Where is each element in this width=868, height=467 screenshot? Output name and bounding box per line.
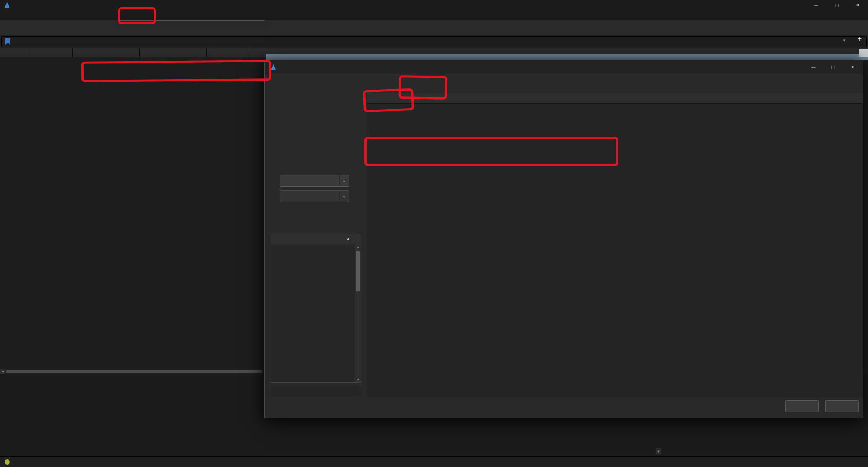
copy-button[interactable] xyxy=(280,175,349,187)
column-divider[interactable] xyxy=(139,48,140,57)
display-filter-input[interactable] xyxy=(1,36,867,47)
minimize-icon[interactable] xyxy=(806,0,826,10)
scroll-down-icon[interactable] xyxy=(656,448,661,454)
packet-bytes-pane xyxy=(423,415,662,455)
close-icon[interactable] xyxy=(847,0,868,10)
minimize-icon[interactable] xyxy=(803,60,823,74)
column-divider[interactable] xyxy=(246,48,246,57)
filter-bar xyxy=(0,35,868,48)
maximize-icon[interactable] xyxy=(826,0,847,10)
filter-add-icon[interactable] xyxy=(858,35,862,43)
scroll-left-icon[interactable] xyxy=(0,369,5,374)
hscroll-thumb[interactable] xyxy=(6,370,262,373)
column-divider[interactable] xyxy=(29,48,29,57)
annotation-endpoints-item xyxy=(81,60,271,82)
close-button[interactable] xyxy=(785,400,819,412)
protocol-list-header[interactable] xyxy=(271,234,361,244)
column-divider[interactable] xyxy=(206,48,207,57)
map-button[interactable] xyxy=(280,190,349,202)
expert-info-icon[interactable] xyxy=(5,459,10,465)
bookmark-icon[interactable] xyxy=(5,38,10,45)
annotation-address-column xyxy=(363,88,414,113)
screen xyxy=(0,0,868,467)
vscroll-thumb[interactable] xyxy=(356,251,360,291)
sort-asc-icon xyxy=(346,234,350,244)
copy-dropdown-icon[interactable] xyxy=(339,175,349,186)
packet-list-vscroll-thumb[interactable] xyxy=(859,49,868,57)
wireshark-logo-icon xyxy=(4,2,10,8)
help-button[interactable] xyxy=(825,400,859,412)
close-icon[interactable] xyxy=(843,60,863,74)
annotation-highlighted-rows xyxy=(364,137,618,166)
status-bar xyxy=(0,456,868,467)
window-controls xyxy=(806,0,868,10)
dialog-titlebar xyxy=(265,60,863,74)
scroll-up-icon[interactable] xyxy=(355,244,361,250)
map-dropdown-icon[interactable] xyxy=(339,191,349,202)
endpoints-dialog xyxy=(264,60,863,418)
protocol-scrollbar[interactable] xyxy=(355,244,361,382)
annotation-statistics-menu xyxy=(118,7,156,24)
protocol-list xyxy=(271,234,361,383)
protocol-filter-input[interactable] xyxy=(271,386,361,397)
filter-dropdown-icon[interactable] xyxy=(843,38,845,43)
scroll-down-icon[interactable] xyxy=(355,376,361,382)
maximize-icon[interactable] xyxy=(823,60,843,74)
dialog-controls xyxy=(803,60,863,74)
column-divider[interactable] xyxy=(72,48,73,57)
